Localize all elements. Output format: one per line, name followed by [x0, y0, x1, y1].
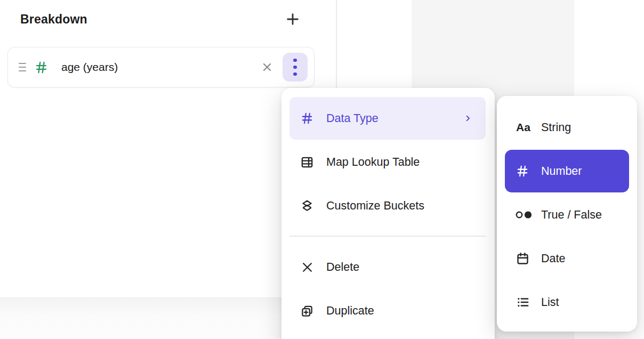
submenu-item-label: String — [541, 121, 571, 134]
hash-icon — [300, 111, 314, 125]
number-hash-icon — [34, 60, 49, 75]
property-label: age (years) — [61, 61, 259, 74]
close-icon — [261, 61, 273, 74]
menu-item-label: Duplicate — [326, 304, 374, 318]
hash-icon — [516, 164, 535, 178]
x-icon — [300, 261, 314, 274]
menu-item-label: Customize Buckets — [326, 199, 424, 213]
list-icon — [516, 295, 535, 309]
breakdown-property-card[interactable]: age (years) — [7, 47, 315, 87]
menu-divider — [289, 236, 486, 237]
duplicate-icon — [300, 304, 314, 318]
remove-property-button[interactable] — [259, 59, 275, 75]
breakdown-header: Breakdown — [20, 9, 317, 30]
breakdown-panel-screen: Breakdown age (years) — [0, 0, 644, 339]
drag-handle-icon[interactable] — [19, 63, 26, 71]
table-icon — [300, 155, 314, 170]
submenu-item-string[interactable]: Aa String — [505, 106, 629, 149]
submenu-item-true-false[interactable]: True / False — [505, 193, 629, 236]
menu-item-label: Map Lookup Table — [326, 156, 420, 169]
submenu-item-date[interactable]: Date — [505, 237, 629, 280]
submenu-item-label: List — [541, 296, 559, 309]
calendar-icon — [516, 252, 535, 266]
submenu-item-label: Number — [541, 165, 582, 178]
menu-item-duplicate[interactable]: Duplicate — [289, 289, 486, 332]
menu-item-delete[interactable]: Delete — [289, 246, 486, 288]
menu-item-map-lookup-table[interactable]: Map Lookup Table — [289, 141, 486, 183]
chevron-right-icon — [464, 114, 472, 123]
submenu-item-label: True / False — [541, 208, 602, 222]
menu-item-label: Data Type — [326, 112, 379, 125]
layers-icon — [300, 199, 314, 213]
menu-item-label: Delete — [326, 261, 359, 274]
submenu-item-label: Date — [541, 252, 565, 265]
string-Aa-icon: Aa — [516, 120, 535, 135]
submenu-item-list[interactable]: List — [505, 281, 629, 324]
svg-text:Aa: Aa — [516, 121, 530, 133]
menu-item-data-type[interactable]: Data Type — [289, 97, 486, 140]
property-options-menu: Data Type Map Lookup Table — [281, 88, 495, 339]
data-type-submenu: Aa String Number True / False — [497, 96, 637, 332]
menu-item-customize-buckets[interactable]: Customize Buckets — [289, 184, 486, 227]
plus-icon — [285, 12, 300, 27]
property-options-button[interactable] — [283, 53, 308, 82]
boolean-circles-icon — [516, 210, 535, 220]
add-breakdown-button[interactable] — [284, 10, 302, 28]
submenu-item-number[interactable]: Number — [505, 150, 629, 192]
page-title: Breakdown — [20, 12, 87, 27]
dots-vertical-icon — [293, 59, 297, 62]
